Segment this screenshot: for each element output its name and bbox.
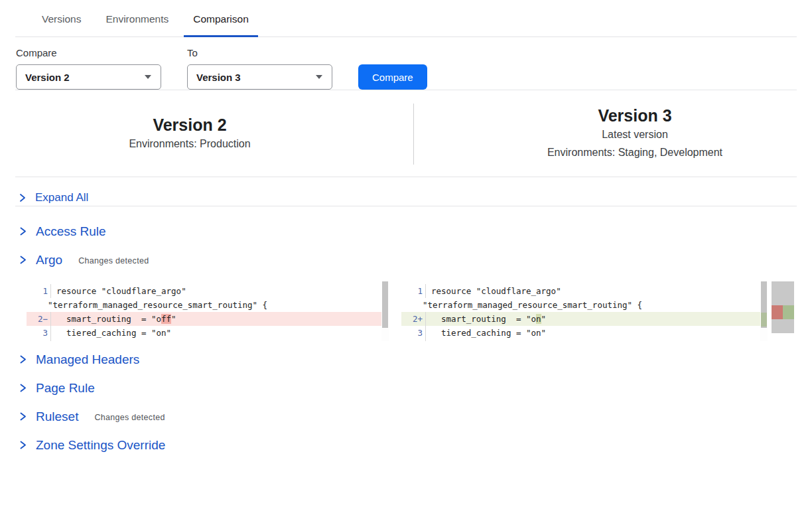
version-header-new: Version 3 Latest version Environments: S… xyxy=(476,90,793,177)
diff-line: } xyxy=(401,340,760,341)
diff-line: } xyxy=(27,340,381,341)
section-managed-headers[interactable]: Managed Headers xyxy=(0,352,812,367)
scrollbar[interactable] xyxy=(381,281,389,341)
diff-line-wrap: "terraform_managed_resource_smart_routin… xyxy=(27,298,381,312)
code-text: "terraform_managed_resource_smart_routin… xyxy=(423,298,760,312)
version-new-title: Version 3 xyxy=(476,106,793,125)
added-word-highlight: n xyxy=(536,314,541,324)
diff-code-new: 1 resource "cloudflare_argo" "terraform_… xyxy=(401,281,760,341)
code-text: } xyxy=(50,340,381,341)
line-number: 1 xyxy=(27,284,50,298)
compare-to-value: Version 3 xyxy=(196,72,241,83)
section-ruleset[interactable]: Ruleset Changes detected xyxy=(0,409,812,424)
diff-panel-old: 1 resource "cloudflare_argo" "terraform_… xyxy=(27,281,389,341)
chevron-right-icon xyxy=(19,255,27,265)
compare-to-field: To Version 3 xyxy=(187,47,332,90)
code-text: resource "cloudflare_argo" xyxy=(425,284,760,298)
divider xyxy=(15,177,797,177)
diff-panel-new: 1 resource "cloudflare_argo" "terraform_… xyxy=(401,281,768,341)
section-zone-settings-override[interactable]: Zone Settings Override xyxy=(0,437,812,453)
section-page-rule[interactable]: Page Rule xyxy=(0,380,812,396)
compare-from-select[interactable]: Version 2 xyxy=(16,64,161,90)
line-number: 2− xyxy=(27,312,50,326)
version-header-old: Version 2 Environments: Production xyxy=(16,90,364,177)
line-number: 3 xyxy=(27,326,50,340)
version-old-title: Version 2 xyxy=(16,115,364,135)
code-text: resource "cloudflare_argo" xyxy=(50,284,381,298)
code-text: "terraform_managed_resource_smart_routin… xyxy=(48,298,381,312)
line-number: 1 xyxy=(401,284,425,298)
tab-comparison[interactable]: Comparison xyxy=(184,0,258,37)
minimap-added-marker xyxy=(783,305,794,319)
tab-environments[interactable]: Environments xyxy=(96,0,178,37)
compare-to-select[interactable]: Version 3 xyxy=(187,64,332,90)
vertical-divider xyxy=(413,104,414,165)
comparison-page: Versions Environments Comparison Compare… xyxy=(0,0,812,523)
compare-button[interactable]: Compare xyxy=(358,64,427,90)
code-text: tiered_caching = "on" xyxy=(50,326,381,340)
line-number xyxy=(27,340,50,341)
changes-detected-badge: Changes detected xyxy=(94,413,165,422)
scrollbar[interactable] xyxy=(760,281,768,341)
line-number: 2+ xyxy=(401,312,425,326)
minimap-removed-marker xyxy=(772,305,783,319)
section-label: Access Rule xyxy=(36,224,106,239)
tab-versions[interactable]: Versions xyxy=(33,0,90,37)
diff-line: 1 resource "cloudflare_argo" xyxy=(27,284,381,298)
compare-from-field: Compare Version 2 xyxy=(16,47,161,90)
section-label: Argo xyxy=(36,253,62,267)
line-number: 3 xyxy=(401,326,425,340)
diff-line-added: 2+ smart_routing = "on" xyxy=(401,312,760,326)
section-argo[interactable]: Argo Changes detected xyxy=(0,252,812,267)
chevron-right-icon xyxy=(19,411,27,421)
section-access-rule[interactable]: Access Rule xyxy=(0,224,812,239)
diff-line: 3 tiered_caching = "on" xyxy=(401,326,760,340)
diff-line-removed: 2− smart_routing = "off" xyxy=(27,312,381,326)
chevron-down-icon xyxy=(145,75,151,79)
diff-minimap[interactable] xyxy=(772,281,794,333)
tab-bar: Versions Environments Comparison xyxy=(15,0,797,37)
code-text: } xyxy=(425,340,760,341)
code-text: smart_routing = "on" xyxy=(425,312,760,326)
divider xyxy=(15,206,797,206)
compare-from-label: Compare xyxy=(16,47,161,58)
chevron-down-icon xyxy=(316,75,322,79)
diff-line: 3 tiered_caching = "on" xyxy=(27,326,381,340)
version-old-environments: Environments: Production xyxy=(16,135,364,153)
section-label: Managed Headers xyxy=(36,352,139,367)
diff-line: 1 resource "cloudflare_argo" xyxy=(401,284,760,298)
changes-detected-badge: Changes detected xyxy=(78,256,149,265)
compare-from-value: Version 2 xyxy=(25,72,70,83)
section-label: Ruleset xyxy=(36,410,78,424)
scrollbar-thumb[interactable] xyxy=(761,281,767,328)
compare-form: Compare Version 2 To Version 3 Compare xyxy=(0,37,812,90)
chevron-right-icon xyxy=(19,440,27,450)
scrollbar-added-marker xyxy=(761,313,767,327)
chevron-right-icon xyxy=(19,383,27,393)
line-number xyxy=(401,340,425,341)
chevron-right-icon xyxy=(19,226,27,236)
diff-line-wrap: "terraform_managed_resource_smart_routin… xyxy=(401,298,760,312)
code-text: smart_routing = "off" xyxy=(50,312,381,326)
section-label: Zone Settings Override xyxy=(36,438,165,453)
compare-to-label: To xyxy=(187,47,332,58)
diff-code-old: 1 resource "cloudflare_argo" "terraform_… xyxy=(27,281,381,341)
removed-word-highlight: ff xyxy=(161,314,171,324)
chevron-right-icon xyxy=(19,354,27,364)
scrollbar-thumb[interactable] xyxy=(382,281,388,328)
version-headers: Version 2 Environments: Production Versi… xyxy=(0,90,812,177)
chevron-right-icon xyxy=(19,193,27,202)
diff-view: 1 resource "cloudflare_argo" "terraform_… xyxy=(0,281,812,341)
version-new-subtitle: Latest version xyxy=(476,125,793,143)
expand-all-label: Expand All xyxy=(35,191,88,204)
expand-all-button[interactable]: Expand All xyxy=(0,190,812,206)
code-text: tiered_caching = "on" xyxy=(425,326,760,340)
section-label: Page Rule xyxy=(36,381,95,396)
version-new-environments: Environments: Staging, Development xyxy=(476,143,793,161)
